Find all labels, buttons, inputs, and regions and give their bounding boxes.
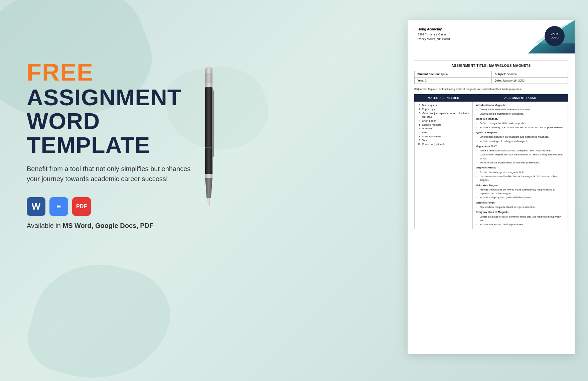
task-bullets: Create a collage or list of common items… bbox=[479, 215, 565, 227]
tasks-cell: Introduction to Magnets: Create a title … bbox=[473, 102, 568, 229]
task-bullets: Provide instructions on how to make a te… bbox=[479, 188, 565, 200]
header-wave bbox=[508, 20, 575, 53]
pen-top bbox=[205, 73, 212, 83]
pdf-icon: PDF bbox=[72, 197, 91, 216]
doc-assignment-title: ASSIGNMENT TITLE: MARVELOUS MAGNETS bbox=[408, 60, 575, 70]
list-item: Create a collage or list of common items… bbox=[479, 215, 565, 223]
pen-body bbox=[205, 87, 212, 174]
list-item: Bar magnets bbox=[422, 103, 470, 107]
task-bullets: Differentiate between bar magnets and ho… bbox=[479, 135, 565, 143]
list-item: Include a step-by-step guide with illust… bbox=[479, 196, 565, 199]
task-section-title: Introduction to Magnets: bbox=[475, 103, 565, 107]
free-label: FREE bbox=[27, 60, 227, 84]
list-item: Perform simple experiments to test their… bbox=[479, 161, 565, 164]
col-materials-header: MATERIALS NEEDED bbox=[415, 95, 473, 102]
subtitle: Benefit from a tool that not only simpli… bbox=[27, 164, 200, 184]
pen-band-bottom bbox=[205, 174, 212, 178]
task-bullets: Make a table with two columns: "Magnetic… bbox=[479, 149, 565, 164]
document: Hong Academy 3382 Yorkshire Circle Rocky… bbox=[408, 20, 575, 354]
list-item: Notepad bbox=[422, 127, 470, 131]
list-item: Explain the concept of a magnetic field. bbox=[479, 170, 565, 174]
list-item: Colored markers bbox=[422, 123, 470, 127]
task-section-title: Make Your Magnet: bbox=[475, 183, 565, 187]
task-section-title: Everyday Uses of Magnets: bbox=[475, 210, 565, 214]
doc-header: Hong Academy 3382 Yorkshire Circle Rocky… bbox=[408, 20, 575, 60]
list-item: Pencil bbox=[422, 131, 470, 135]
pen-ring-2 bbox=[205, 147, 212, 148]
list-item: Draw a simple illustration of a magnet. bbox=[479, 112, 565, 116]
doc-info-table: Student Section: Apple Subject: Science … bbox=[414, 71, 568, 84]
task-bullets: Create a title slide with "Marvelous Mag… bbox=[479, 108, 565, 116]
list-item: Compass (optional) bbox=[422, 142, 470, 146]
list-item: Paper clips bbox=[422, 107, 470, 111]
col-tasks-header: ASSIGNMENT TASKS bbox=[473, 95, 568, 102]
list-item: Provide instructions on how to make a te… bbox=[479, 188, 565, 196]
list-item: Chart paper bbox=[422, 119, 470, 123]
task-section-title: What is a Magnet? bbox=[475, 117, 565, 121]
materials-list: Bar magnets Paper clips Various objects … bbox=[417, 103, 470, 146]
pen bbox=[204, 67, 214, 194]
list-item: Small containers bbox=[422, 135, 470, 139]
available-text: Available in MS Word, Google Docs, PDF bbox=[27, 222, 227, 230]
list-item: Discuss how magnets attract or repel eac… bbox=[479, 205, 565, 209]
pen-band-top bbox=[205, 83, 212, 87]
task-section-title: Magnetic Force: bbox=[475, 201, 565, 205]
list-item: Use arrows to show the direction of the … bbox=[479, 174, 565, 182]
task-bullets: Define a magnet and its basic properties… bbox=[479, 121, 565, 129]
list-item: Make a table with two columns: "Magnetic… bbox=[479, 149, 565, 152]
list-item: Include images and brief explanations. bbox=[479, 223, 565, 226]
list-item: Define a magnet and its basic properties… bbox=[479, 121, 565, 125]
logo-circle: YOUR LOGO bbox=[545, 26, 565, 46]
doc-objective: Objective: Explore the fascinating world… bbox=[408, 85, 575, 93]
task-section-title: Magnetic or Not? bbox=[475, 144, 565, 148]
task-section-title: Types of Magnets: bbox=[475, 131, 565, 134]
list-item: List common objects and ask the students… bbox=[479, 153, 565, 160]
tasks-content: Introduction to Magnets: Create a title … bbox=[475, 103, 565, 226]
list-item: Tape bbox=[422, 138, 470, 142]
format-icons: W ≡ PDF bbox=[27, 197, 227, 216]
doc-main-table: MATERIALS NEEDED ASSIGNMENT TASKS Bar ma… bbox=[414, 94, 568, 229]
main-title: ASSIGNMENT WORD TEMPLATE bbox=[27, 86, 227, 157]
list-item: Various objects (plastic, wood, aluminum… bbox=[422, 111, 470, 119]
list-item: Differentiate between bar magnets and ho… bbox=[479, 135, 565, 139]
left-panel: FREE ASSIGNMENT WORD TEMPLATE Benefit fr… bbox=[27, 60, 227, 230]
task-section-title: Magnetic Fields: bbox=[475, 166, 565, 169]
task-bullets: Discuss how magnets attract or repel eac… bbox=[479, 205, 565, 209]
list-item: Create a title slide with "Marvelous Mag… bbox=[479, 108, 565, 111]
pen-ring-1 bbox=[205, 114, 212, 114]
word-icon: W bbox=[27, 197, 45, 216]
task-bullets: Explain the concept of a magnetic field.… bbox=[479, 170, 565, 182]
pen-cap bbox=[205, 67, 212, 73]
list-item: Include drawings of both types of magnet… bbox=[479, 139, 565, 143]
docs-icon: ≡ bbox=[49, 197, 68, 216]
materials-cell: Bar magnets Paper clips Various objects … bbox=[415, 102, 473, 229]
list-item: Include a drawing of a bar magnet with i… bbox=[479, 126, 565, 129]
doc-address: Hong Academy 3382 Yorkshire Circle Rocky… bbox=[418, 27, 450, 42]
